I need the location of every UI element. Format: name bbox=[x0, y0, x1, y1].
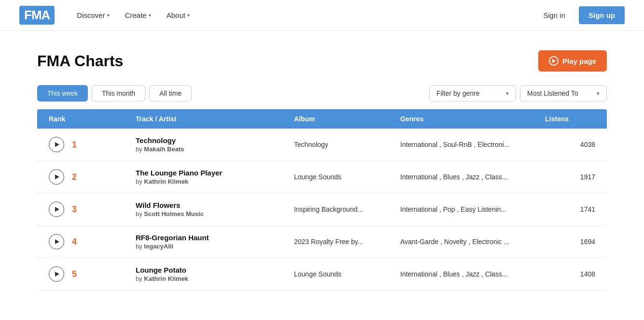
col-track: Track / Artist bbox=[132, 115, 290, 123]
charts-header: FMA Charts Play page bbox=[37, 50, 607, 72]
col-rank: Rank bbox=[45, 115, 132, 123]
rank-number: 1 bbox=[72, 140, 84, 150]
sort-filter-label: Most Listened To bbox=[527, 89, 578, 97]
track-artist: by Kathrin Klimek bbox=[136, 178, 286, 185]
nav-discover[interactable]: Discover ▾ bbox=[70, 7, 116, 23]
rank-col: 1 bbox=[45, 137, 132, 152]
track-name[interactable]: Technology bbox=[136, 136, 286, 145]
filters-row: This week This month All time Filter by … bbox=[37, 85, 607, 102]
rank-col: 5 bbox=[45, 266, 132, 282]
col-album: Album bbox=[290, 115, 396, 123]
play-page-button[interactable]: Play page bbox=[538, 50, 607, 72]
header-actions: Sign in Sign up bbox=[537, 6, 625, 24]
listens-col: 4038 bbox=[541, 141, 599, 148]
track-name[interactable]: RF8-Gregorian Haunt bbox=[136, 233, 286, 242]
genres-col: International , Blues , Jazz , Class... bbox=[396, 270, 541, 278]
track-artist: by Kathrin Klimek bbox=[136, 275, 286, 282]
rank-col: 2 bbox=[45, 169, 132, 185]
play-button-5[interactable] bbox=[49, 266, 64, 282]
table-row: 1 Technology by Makaih Beats Technology … bbox=[37, 129, 607, 161]
album-col: Lounge Sounds bbox=[290, 173, 396, 181]
table-header: Rank Track / Artist Album Genres Listens bbox=[37, 109, 607, 129]
track-col: Wild Flowers by Scott Holmes Music bbox=[132, 201, 290, 218]
genre-filter-label: Filter by genre bbox=[436, 89, 479, 97]
table-row: 3 Wild Flowers by Scott Holmes Music Ins… bbox=[37, 193, 607, 226]
chevron-down-icon: ▾ bbox=[149, 13, 151, 18]
genres-col: Avant-Garde , Novelty , Electronic ... bbox=[396, 238, 541, 246]
rank-col: 4 bbox=[45, 234, 132, 249]
sort-filter-select[interactable]: Most Listened To ▾ bbox=[520, 85, 607, 102]
play-button-2[interactable] bbox=[49, 169, 64, 185]
listens-col: 1741 bbox=[541, 205, 599, 213]
nav-create[interactable]: Create ▾ bbox=[118, 7, 158, 23]
table-row: 5 Lounge Potato by Kathrin Klimek Lounge… bbox=[37, 258, 607, 291]
rank-number: 5 bbox=[72, 269, 84, 279]
track-name[interactable]: Lounge Potato bbox=[136, 266, 286, 274]
album-col: Technology bbox=[290, 141, 396, 148]
track-name[interactable]: The Lounge Piano Player bbox=[136, 169, 286, 177]
listens-col: 1917 bbox=[541, 173, 599, 181]
filter-all-time[interactable]: All time bbox=[149, 85, 192, 102]
chevron-down-icon: ▾ bbox=[597, 90, 600, 97]
filter-this-month[interactable]: This month bbox=[92, 85, 145, 102]
sign-up-button[interactable]: Sign up bbox=[579, 6, 625, 24]
track-artist: by Makaih Beats bbox=[136, 145, 286, 153]
header: FMA Discover ▾ Create ▾ About ▾ Sign in … bbox=[0, 0, 644, 31]
filter-this-week[interactable]: This week bbox=[37, 85, 88, 102]
track-artist: by legacyAlli bbox=[136, 243, 286, 250]
album-col: Inspiring Background... bbox=[290, 205, 396, 213]
rank-number: 2 bbox=[72, 172, 84, 182]
main-nav: Discover ▾ Create ▾ About ▾ bbox=[70, 7, 522, 23]
rank-number: 3 bbox=[72, 204, 84, 215]
genres-col: International , Pop , Easy Listenin... bbox=[396, 205, 541, 213]
col-genres: Genres bbox=[396, 115, 541, 123]
chevron-down-icon: ▾ bbox=[107, 13, 110, 18]
col-listens: Listens bbox=[541, 115, 599, 123]
genres-col: International , Blues , Jazz , Class... bbox=[396, 173, 541, 181]
track-col: The Lounge Piano Player by Kathrin Klime… bbox=[132, 169, 290, 185]
play-button-1[interactable] bbox=[49, 137, 64, 152]
genres-col: International , Soul-RnB , Electroni... bbox=[396, 141, 541, 148]
nav-about[interactable]: About ▾ bbox=[160, 7, 196, 23]
table-row: 4 RF8-Gregorian Haunt by legacyAlli 2023… bbox=[37, 226, 607, 258]
play-page-label: Play page bbox=[562, 57, 596, 65]
table-body: 1 Technology by Makaih Beats Technology … bbox=[37, 129, 607, 291]
play-button-3[interactable] bbox=[49, 202, 64, 217]
rank-col: 3 bbox=[45, 202, 132, 217]
rank-number: 4 bbox=[72, 237, 84, 247]
listens-col: 1408 bbox=[541, 270, 599, 278]
chevron-down-icon: ▾ bbox=[187, 13, 190, 18]
main-content: FMA Charts Play page This week This mont… bbox=[18, 31, 626, 300]
track-name[interactable]: Wild Flowers bbox=[136, 201, 286, 209]
track-col: RF8-Gregorian Haunt by legacyAlli bbox=[132, 233, 290, 250]
play-icon bbox=[549, 56, 559, 66]
album-col: Lounge Sounds bbox=[290, 270, 396, 278]
sign-in-link[interactable]: Sign in bbox=[537, 7, 571, 23]
table-row: 2 The Lounge Piano Player by Kathrin Kli… bbox=[37, 161, 607, 193]
page-title: FMA Charts bbox=[37, 52, 123, 70]
track-artist: by Scott Holmes Music bbox=[136, 210, 286, 218]
track-col: Lounge Potato by Kathrin Klimek bbox=[132, 266, 290, 282]
chevron-down-icon: ▾ bbox=[506, 90, 509, 97]
logo[interactable]: FMA bbox=[19, 6, 55, 25]
track-col: Technology by Makaih Beats bbox=[132, 136, 290, 153]
listens-col: 1694 bbox=[541, 238, 599, 246]
genre-filter-select[interactable]: Filter by genre ▾ bbox=[429, 85, 516, 102]
album-col: 2023 Royalty Free by... bbox=[290, 238, 396, 246]
play-button-4[interactable] bbox=[49, 234, 64, 249]
